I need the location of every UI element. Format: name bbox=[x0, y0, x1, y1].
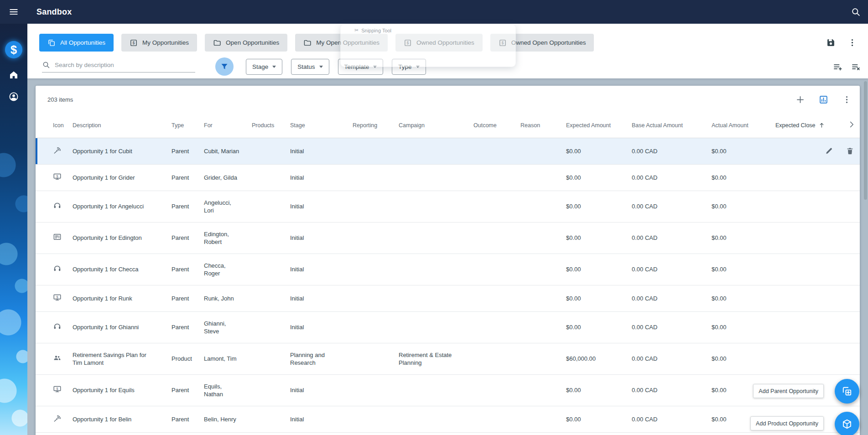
cell-reason bbox=[520, 406, 566, 432]
cell-description: Retirement Savings Plan for Tim Lamont bbox=[73, 343, 172, 374]
status-dropdown[interactable]: Status bbox=[291, 59, 329, 75]
computer-cash-icon: $ bbox=[53, 293, 62, 302]
opportunities-tbody: Opportunity 1 for CubitParentCubit, Mari… bbox=[36, 138, 860, 432]
column-header-outcome[interactable]: Outcome bbox=[473, 113, 520, 138]
scrollbar-thumb[interactable] bbox=[864, 81, 867, 200]
add-opportunity-button[interactable] bbox=[795, 95, 805, 104]
column-header-campaign[interactable]: Campaign bbox=[399, 113, 473, 138]
column-label: For bbox=[204, 122, 213, 129]
table-row[interactable]: Opportunity 1 for CheccaParentChecca, Ro… bbox=[36, 254, 860, 285]
copy-icon bbox=[47, 39, 56, 47]
tab-open-opportunities[interactable]: Open Opportunities bbox=[205, 34, 287, 52]
column-header-for[interactable]: For bbox=[204, 113, 252, 138]
cell-outcome bbox=[473, 138, 520, 164]
filter-button[interactable] bbox=[215, 57, 234, 76]
cell-products bbox=[252, 343, 290, 374]
cell-expected-amount: $0.00 bbox=[566, 164, 632, 191]
cell-for: Edington, Robert bbox=[204, 222, 252, 254]
table-row[interactable]: $Opportunity 1 for GriderParentGrider, G… bbox=[36, 164, 860, 191]
headset-icon bbox=[53, 201, 62, 210]
sidebar-item-home[interactable] bbox=[8, 69, 19, 80]
cell-reporting bbox=[353, 374, 399, 406]
dropdown-label: Type bbox=[398, 63, 411, 70]
scroll-columns-right-button[interactable] bbox=[847, 113, 860, 138]
cell-for: Runk, John bbox=[204, 285, 252, 311]
save-icon bbox=[826, 38, 836, 47]
column-header-stage[interactable]: Stage bbox=[290, 113, 353, 138]
cell-reason bbox=[520, 222, 566, 254]
cell-outcome bbox=[473, 311, 520, 343]
sidebar-item-opportunities[interactable]: $ bbox=[5, 41, 22, 58]
cell-stage: Initial bbox=[290, 406, 353, 432]
table-row[interactable]: Opportunity 1 for EdingtonParentEdington… bbox=[36, 222, 860, 254]
hamburger-icon bbox=[9, 7, 19, 17]
tab-owned-opportunities[interactable]: $Owned Opportunities bbox=[395, 34, 483, 52]
add-product-opportunity-button[interactable] bbox=[835, 412, 859, 435]
tab-my-open-opportunities[interactable]: My Open Opportunities bbox=[295, 34, 388, 52]
row-options-add-button[interactable] bbox=[833, 62, 842, 72]
edit-row-button[interactable] bbox=[825, 147, 833, 155]
column-header-reason[interactable]: Reason bbox=[520, 113, 566, 138]
tab-owned-open-opportunities[interactable]: $Owned Open Opportunities bbox=[490, 34, 594, 52]
cell-type: Parent bbox=[172, 406, 204, 432]
column-header-description[interactable]: Description bbox=[73, 113, 172, 138]
row-options-remove-button[interactable] bbox=[851, 62, 861, 72]
header-search-button[interactable] bbox=[851, 7, 861, 17]
column-header-reporting[interactable]: Reporting bbox=[353, 113, 399, 138]
cell-products bbox=[252, 285, 290, 311]
cell-reason bbox=[520, 285, 566, 311]
list-more-options-button[interactable] bbox=[842, 95, 852, 104]
delete-row-button[interactable] bbox=[846, 147, 854, 155]
table-row[interactable]: $Opportunity 1 for RunkParentRunk, JohnI… bbox=[36, 285, 860, 311]
cell-campaign bbox=[399, 254, 473, 285]
cell-description: Opportunity 1 for Edington bbox=[73, 222, 172, 254]
chevron-down-icon bbox=[416, 66, 420, 68]
column-header-products[interactable]: Products bbox=[252, 113, 290, 138]
cell-campaign bbox=[399, 374, 473, 406]
search-input[interactable] bbox=[55, 62, 195, 68]
tab-my-opportunities[interactable]: $My Opportunities bbox=[121, 34, 197, 52]
sidebar-item-profile[interactable] bbox=[8, 91, 19, 102]
save-view-button[interactable] bbox=[826, 38, 836, 47]
type-dropdown[interactable]: Type bbox=[392, 59, 426, 75]
table-row[interactable]: Opportunity 1 for AngelucciParentAngeluc… bbox=[36, 191, 860, 222]
table-row[interactable]: $Opportunity 1 for EquilsParentEquils, N… bbox=[36, 374, 860, 406]
filter-dropdowns: StageStatusTemplateType bbox=[246, 59, 426, 75]
cell-description: Opportunity 1 for Checca bbox=[73, 254, 172, 285]
cell-for: Belin, Henry bbox=[204, 406, 252, 432]
table-row[interactable]: Opportunity 1 for BelinParentBelin, Henr… bbox=[36, 406, 860, 432]
cell-outcome bbox=[473, 285, 520, 311]
column-header-expected-close[interactable]: Expected Close bbox=[775, 113, 847, 138]
computer-cash-icon: $ bbox=[53, 172, 62, 181]
cell-reporting bbox=[353, 222, 399, 254]
svg-text:$: $ bbox=[57, 174, 58, 178]
column-header-expected-amount[interactable]: Expected Amount bbox=[566, 113, 632, 138]
column-header-icon[interactable]: Icon bbox=[36, 113, 73, 138]
cell-description: Opportunity 1 for Equils bbox=[73, 374, 172, 406]
tab-all-opportunities[interactable]: All Opportunities bbox=[39, 34, 114, 52]
filter-bar: StageStatusTemplateType bbox=[27, 53, 868, 80]
item-count: 203 items bbox=[47, 96, 73, 103]
cell-products bbox=[252, 254, 290, 285]
cell-products bbox=[252, 222, 290, 254]
cell-stage: Initial bbox=[290, 164, 353, 191]
table-row[interactable]: Opportunity 1 for GhianniParentGhianni, … bbox=[36, 311, 860, 343]
table-row[interactable]: Opportunity 1 for CubitParentCubit, Mari… bbox=[36, 138, 860, 164]
cell-reason bbox=[520, 138, 566, 164]
template-dropdown[interactable]: Template bbox=[338, 59, 384, 75]
stage-dropdown[interactable]: Stage bbox=[246, 59, 282, 75]
opportunities-table: IconDescriptionTypeForProductsStageRepor… bbox=[36, 113, 860, 433]
menu-button[interactable] bbox=[0, 0, 27, 24]
column-header-base-actual-amount[interactable]: Base Actual Amount bbox=[632, 113, 712, 138]
cell-campaign bbox=[399, 222, 473, 254]
cell-actual-amount: $0.00 bbox=[712, 285, 775, 311]
table-row[interactable]: Retirement Savings Plan for Tim LamontPr… bbox=[36, 343, 860, 374]
cell-stage: Initial bbox=[290, 311, 353, 343]
more-options-button[interactable] bbox=[847, 38, 857, 47]
column-header-actual-amount[interactable]: Actual Amount bbox=[712, 113, 775, 138]
cell-expected-close bbox=[775, 343, 847, 374]
cell-reporting bbox=[353, 311, 399, 343]
chart-view-button[interactable] bbox=[819, 95, 828, 104]
add-parent-opportunity-button[interactable] bbox=[835, 379, 859, 404]
column-header-type[interactable]: Type bbox=[172, 113, 204, 138]
